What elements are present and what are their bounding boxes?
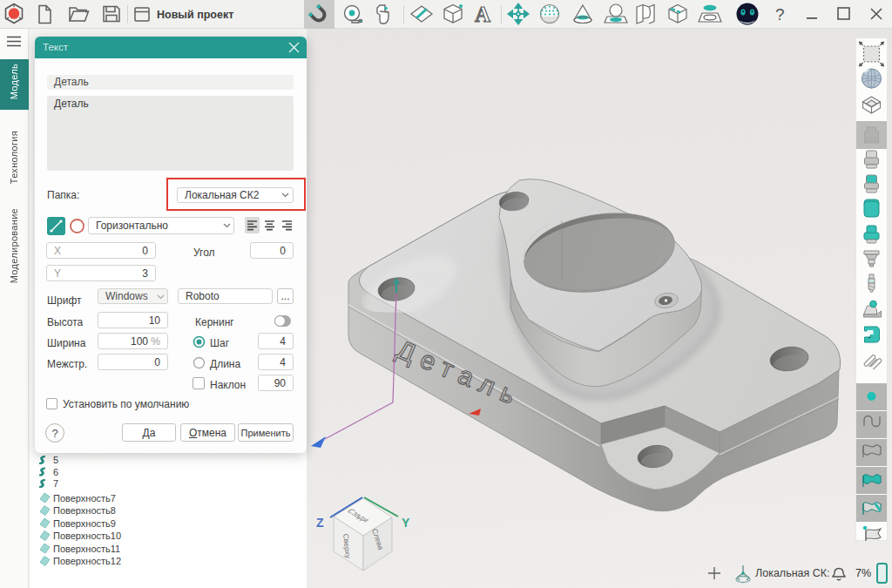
- svg-text:6: 6: [53, 467, 58, 477]
- svg-text:Поверхность12: Поверхность12: [53, 556, 121, 566]
- svg-text:Поверхность7: Поверхность7: [53, 493, 116, 504]
- svg-text:Поверхность10: Поверхность10: [53, 531, 121, 541]
- svg-text:Y: Y: [402, 516, 410, 530]
- svg-text:7: 7: [53, 478, 58, 489]
- svg-text:5: 5: [53, 455, 58, 465]
- svg-text:Z: Z: [316, 516, 324, 530]
- svg-text:?: ?: [775, 5, 785, 24]
- svg-text:Новый проект: Новый проект: [157, 9, 233, 21]
- svg-text:A: A: [475, 3, 490, 26]
- svg-text:Поверхность11: Поверхность11: [53, 544, 120, 554]
- svg-text:Поверхность8: Поверхность8: [53, 505, 116, 516]
- svg-text:Поверхность9: Поверхность9: [53, 518, 116, 529]
